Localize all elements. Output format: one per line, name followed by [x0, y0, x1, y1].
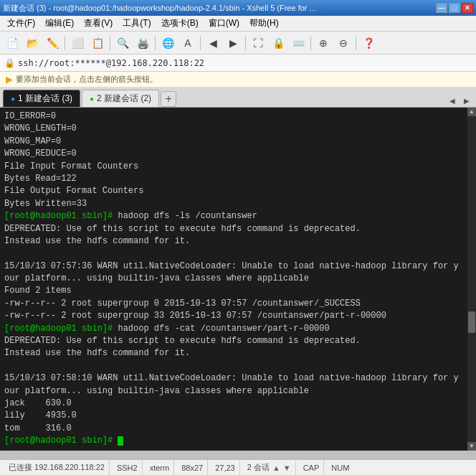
window-controls: — □ ✕	[436, 3, 473, 13]
tab-prev-button[interactable]: ◀	[446, 94, 459, 107]
term-line-3: WRONG_MAP=0	[4, 136, 472, 148]
toolbar-new-session[interactable]: 📄	[3, 34, 22, 52]
terminal-container: IO_ERROR=0 WRONG_LENGTH=0 WRONG_MAP=0 WR…	[0, 108, 476, 459]
status-caps: CAP	[299, 460, 325, 475]
toolbar-arrow-right[interactable]: ▶	[224, 34, 242, 52]
term-line-25: lily 4935.0	[4, 410, 472, 422]
maximize-button[interactable]: □	[449, 3, 460, 13]
menu-bar: 文件(F) 编辑(E) 查看(V) 工具(T) 选项卡(B) 窗口(W) 帮助(…	[0, 16, 476, 32]
address-text: ssh://root:******@192.168.220.118:22	[18, 58, 204, 68]
terminal-inner: IO_ERROR=0 WRONG_LENGTH=0 WRONG_MAP=0 WR…	[0, 108, 476, 459]
term-line-7: File Output Format Counters	[4, 185, 472, 197]
num-text: NUM	[331, 464, 349, 472]
menu-tools[interactable]: 工具(T)	[118, 16, 155, 31]
scroll-up-button[interactable]: ▲	[467, 108, 476, 116]
term-line-18: [root@hadoop01 sbin]# hadoop dfs -cat /c…	[4, 323, 472, 335]
scroll-thumb[interactable]	[468, 311, 475, 333]
toolbar-sep7	[356, 36, 356, 50]
term-line-14: our platform... using builtin-java class…	[4, 273, 472, 285]
status-protocol: SSH2	[113, 460, 143, 475]
toolbar-print[interactable]: 🖨️	[133, 34, 152, 52]
toolbar-minus[interactable]: ⊖	[334, 34, 353, 52]
toolbar-help[interactable]: ❓	[359, 34, 378, 52]
term-line-27: [root@hadoop01 sbin]#	[4, 435, 472, 447]
terminal-scrollbar[interactable]: ▲ ▼	[467, 108, 476, 451]
toolbar-sep3	[155, 36, 156, 50]
session-next-button[interactable]: ▼	[283, 464, 291, 472]
session-prev-button[interactable]: ▲	[272, 464, 280, 472]
toolbar-sep1	[65, 36, 65, 50]
term-line-9: [root@hadoop01 sbin]# hadoop dfs -ls /co…	[4, 210, 472, 222]
minimize-button[interactable]: —	[436, 3, 447, 13]
toolbar-arrow-left[interactable]: ◀	[204, 34, 222, 52]
toolbar-sep6	[310, 36, 311, 50]
address-bar: 🔒 ssh://root:******@192.168.220.118:22	[0, 55, 476, 72]
cursor-text: 27,23	[215, 464, 235, 472]
tabs-area: ● 1 新建会话 (3) ● 2 新建会话 (2) + ◀ ▶	[0, 88, 476, 108]
term-line-2: WRONG_LENGTH=0	[4, 123, 472, 135]
tab2-label: 2 新建会话 (2)	[97, 93, 151, 105]
toolbar-copy[interactable]: ⬜	[68, 34, 87, 52]
status-connected: 已连接 192.168.220.118:22	[4, 460, 110, 475]
menu-help[interactable]: 帮助(H)	[245, 16, 283, 31]
notice-bar: ▶ 要添加当前会话，点击左侧的箭头按钮。	[0, 72, 476, 88]
toolbar-globe[interactable]: 🌐	[158, 34, 177, 52]
toolbar-sep2	[110, 36, 110, 50]
status-cursor: 27,23	[211, 460, 240, 475]
menu-tabs[interactable]: 选项卡(B)	[157, 16, 203, 31]
toolbar-sep4	[200, 36, 201, 50]
protocol-text: SSH2	[117, 464, 138, 472]
term-line-19: DEPRECATED: Use of this script to execut…	[4, 335, 472, 347]
toolbar-sep5	[245, 36, 246, 50]
term-line-11: Instead use the hdfs command for it.	[4, 235, 472, 248]
menu-view[interactable]: 查看(V)	[80, 16, 117, 31]
lock-icon: 🔒	[4, 58, 15, 68]
terminal[interactable]: IO_ERROR=0 WRONG_LENGTH=0 WRONG_MAP=0 WR…	[0, 108, 476, 451]
toolbar-search[interactable]: 🔍	[113, 34, 132, 52]
cols-rows-text: 88x27	[181, 464, 203, 472]
status-term: xterm	[146, 460, 175, 475]
scroll-track[interactable]	[467, 116, 476, 442]
tab1-dot: ●	[11, 95, 15, 103]
term-line-8: Bytes Written=33	[4, 198, 472, 210]
new-tab-button[interactable]: +	[161, 91, 176, 107]
term-line-12	[4, 248, 472, 260]
term-line-22: 15/10/13 07:58:10 WARN util.NativeCodeLo…	[4, 372, 472, 385]
term-line-23: our platform... using builtin-java class…	[4, 385, 472, 398]
term-line-6: Bytes Read=122	[4, 173, 472, 185]
term-line-15: Found 2 items	[4, 285, 472, 297]
caps-text: CAP	[303, 464, 320, 472]
toolbar-font[interactable]: A	[178, 34, 197, 52]
connected-text: 已连接 192.168.220.118:22	[9, 462, 105, 473]
tab-navigation: ◀ ▶	[446, 94, 473, 107]
tab-2[interactable]: ● 2 新建会话 (2)	[82, 90, 159, 107]
tab1-label: 1 新建会话 (3)	[18, 93, 72, 105]
toolbar-lock[interactable]: 🔒	[269, 34, 287, 52]
toolbar-open[interactable]: 📂	[23, 34, 42, 52]
tab-next-button[interactable]: ▶	[460, 94, 473, 107]
term-line-26: tom 316.0	[4, 423, 472, 435]
sessions-text: 2 会话	[247, 462, 270, 473]
title-text: 新建会话 (3) - root@hadoop01:/hadoopworkshop…	[3, 3, 436, 14]
term-line-4: WRONG_REDUCE=0	[4, 148, 472, 160]
term-line-17: -rw-r--r-- 2 root supergroup 33 2015-10-…	[4, 310, 472, 322]
toolbar-key[interactable]: ⌨️	[289, 34, 308, 52]
toolbar-paste[interactable]: 📋	[88, 34, 107, 52]
scroll-down-button[interactable]: ▼	[467, 442, 476, 451]
tab2-dot: ●	[90, 95, 94, 103]
toolbar-properties[interactable]: ✏️	[43, 34, 62, 52]
term-line-16: -rw-r--r-- 2 root supergroup 0 2015-10-1…	[4, 298, 472, 310]
term-line-1: IO_ERROR=0	[4, 110, 472, 123]
close-button[interactable]: ✕	[462, 3, 473, 13]
status-num: NUM	[327, 460, 353, 475]
term-line-20: Instead use the hdfs command for it.	[4, 347, 472, 359]
term-line-10: DEPRECATED: Use of this script to execut…	[4, 223, 472, 235]
toolbar-fullscreen[interactable]: ⛶	[249, 34, 267, 52]
notice-text: 要添加当前会话，点击左侧的箭头按钮。	[16, 74, 158, 85]
tab-1[interactable]: ● 1 新建会话 (3)	[3, 90, 80, 107]
status-sessions: 2 会话 ▲ ▼	[243, 460, 296, 475]
menu-edit[interactable]: 编辑(E)	[41, 16, 78, 31]
toolbar-plus[interactable]: ⊕	[314, 34, 333, 52]
menu-window[interactable]: 窗口(W)	[204, 16, 244, 31]
menu-file[interactable]: 文件(F)	[3, 16, 39, 31]
